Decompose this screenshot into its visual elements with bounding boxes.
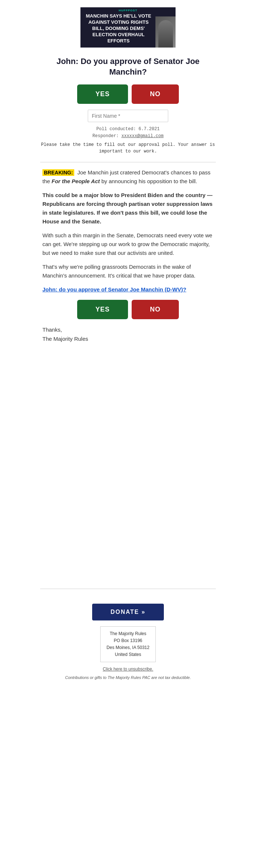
white-space [40,358,216,578]
yes-button-bottom[interactable]: YES [77,300,128,319]
donate-button[interactable]: DONATE » [92,604,164,620]
donate-btn-wrapper: DONATE » [40,604,216,626]
hero-headline: MANCHIN SAYS HE'LL VOTE AGAINST VOTING R… [83,13,154,44]
no-button-top[interactable]: NO [132,84,179,104]
section-divider [40,589,216,589]
no-button-bottom[interactable]: NO [132,300,179,319]
footer: DONATE » The Majority Rules PO Box 13196… [40,600,216,687]
responder-label: Responder: [93,133,119,139]
unsubscribe-link[interactable]: Click here to unsubscribe. [40,667,216,672]
body-content: BREAKING: Joe Manchin just cratered Demo… [40,168,216,344]
hero-silhouette [158,20,173,48]
question-heading: John: Do you approve of Senator Joe Manc… [40,56,216,77]
hero-image-wrapper: HUFFPOST MANCHIN SAYS HE'LL VOTE AGAINST… [40,7,216,49]
hero-person-image [155,16,176,48]
disclaimer: Contributions or gifts to The Majority R… [40,675,216,680]
poll-message: Please take the time to fill out our app… [40,141,216,155]
poll-conducted: Poll conducted: 6.7.2021 [97,127,160,132]
breaking-end: by announcing his opposition to the bill… [100,178,197,184]
first-name-input[interactable] [88,110,168,122]
thanks-line2: The Majority Rules [42,336,88,342]
breaking-line: BREAKING: Joe Manchin just cratered Demo… [42,168,214,186]
poll-info: Poll conducted: 6.7.2021 Responder: xxxx… [40,126,216,140]
para1: With such a thin margin in the Senate, D… [42,231,214,257]
address-line3: Des Moines, IA 50312 [106,645,149,650]
bill-name: For the People Act [52,178,100,184]
question-link[interactable]: John: do you approve of Senator Joe Manc… [42,285,214,294]
hero-source: HUFFPOST [118,9,137,12]
vote-buttons-bottom: YES NO [42,300,214,319]
responder-email[interactable]: xxxxxx@gmail.com [121,133,163,139]
address-box: The Majority Rules PO Box 13196 Des Moin… [100,626,155,663]
address-line4: United States [115,652,141,657]
vote-buttons-top: YES NO [40,84,216,104]
bold-para: This could be a major blow to President … [42,191,214,226]
para2: That's why we're polling grassroots Demo… [42,263,214,280]
divider-top [40,162,216,162]
hero-image: HUFFPOST MANCHIN SAYS HE'LL VOTE AGAINST… [80,7,176,48]
thanks-line1: Thanks, [42,327,62,333]
address-line2: PO Box 13196 [114,638,142,643]
breaking-badge: BREAKING: [42,169,74,176]
thanks-text: Thanks, The Majority Rules [42,325,214,344]
address-line1: The Majority Rules [110,631,146,636]
yes-button-top[interactable]: YES [77,84,128,104]
